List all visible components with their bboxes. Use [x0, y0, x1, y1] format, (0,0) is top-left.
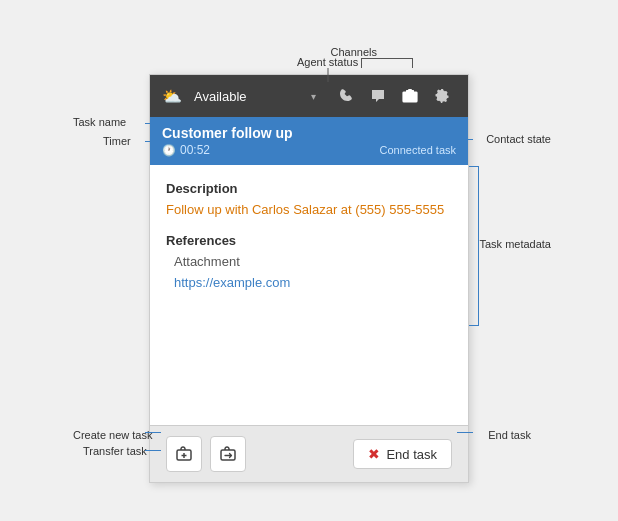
transfer-icon [219, 445, 237, 463]
outer-wrapper: Agent status Channels Task name Timer Co… [149, 38, 469, 483]
task-body: Description Follow up with Carlos Salaza… [150, 165, 468, 425]
header-icons [332, 82, 456, 110]
task-timer: 🕐 00:52 [162, 143, 210, 157]
description-text: Follow up with Carlos Salazar at (555) 5… [166, 202, 452, 217]
task-header: Customer follow up 🕐 00:52 Connected tas… [150, 117, 468, 165]
end-task-outer-label: End task [488, 429, 531, 441]
contact-state-line [457, 139, 473, 140]
agent-status-text: Available [194, 89, 303, 104]
timer-line [145, 141, 161, 142]
end-task-button[interactable]: ✖ End task [353, 439, 452, 469]
timer-outer-label: Timer [103, 135, 131, 147]
contact-state-outer-label: Contact state [486, 133, 551, 145]
chat-channel-button[interactable] [364, 82, 392, 110]
header-bar: ⛅ Available ▾ [150, 75, 468, 117]
settings-button[interactable] [428, 82, 456, 110]
task-subrow: 🕐 00:52 Connected task [162, 143, 456, 157]
transfer-task-button[interactable] [210, 436, 246, 472]
transfer-task-line [145, 450, 161, 451]
task-metadata-bracket [469, 166, 479, 326]
end-task-line [457, 432, 473, 433]
attachment-item: Attachment [174, 254, 452, 269]
create-task-line [145, 432, 161, 433]
channels-label: Channels [331, 46, 377, 58]
task-channel-button[interactable] [396, 82, 424, 110]
dropdown-arrow-icon[interactable]: ▾ [311, 91, 316, 102]
svg-rect-1 [406, 90, 414, 93]
task-name-outer-label: Task name [73, 116, 126, 128]
briefcase-create-icon [175, 445, 193, 463]
phone-channel-button[interactable] [332, 82, 360, 110]
briefcase-icon [402, 88, 418, 104]
gear-icon [434, 88, 450, 104]
description-heading: Description [166, 181, 452, 196]
create-task-button[interactable] [166, 436, 202, 472]
phone-icon [338, 88, 354, 104]
channels-bracket [361, 58, 413, 68]
references-heading: References [166, 233, 452, 248]
cloud-icon: ⛅ [162, 87, 182, 106]
chat-icon [370, 88, 386, 104]
clock-icon: 🕐 [162, 144, 176, 157]
task-status: Connected task [380, 144, 456, 156]
reference-link[interactable]: https://example.com [174, 275, 290, 290]
end-task-label: End task [386, 447, 437, 462]
task-title: Customer follow up [162, 125, 456, 141]
footer: ✖ End task [150, 425, 468, 482]
create-task-outer-label: Create new task [73, 429, 152, 441]
main-panel: ⛅ Available ▾ [149, 74, 469, 483]
task-name-line [145, 123, 161, 124]
end-task-icon: ✖ [368, 446, 380, 462]
transfer-task-outer-label: Transfer task [83, 445, 147, 457]
timer-value: 00:52 [180, 143, 210, 157]
task-metadata-outer-label: Task metadata [479, 238, 551, 250]
references-section: References Attachment https://example.co… [166, 233, 452, 291]
